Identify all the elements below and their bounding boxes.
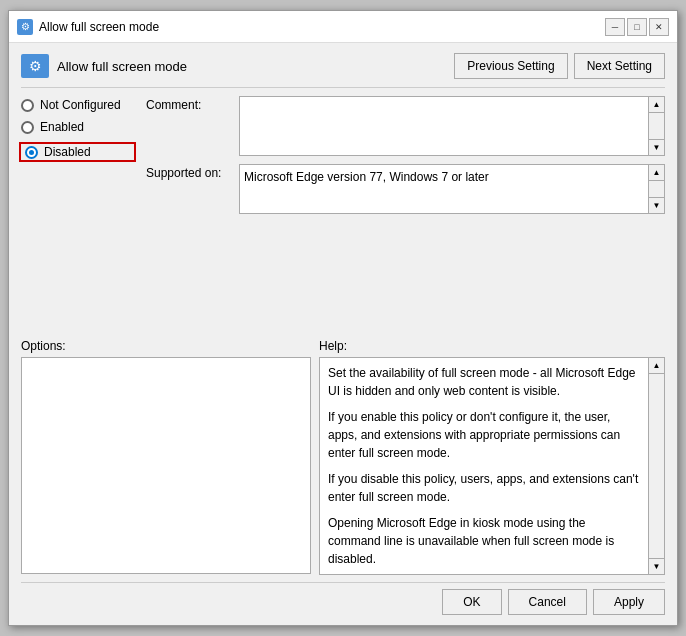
title-bar-left: ⚙ Allow full screen mode xyxy=(17,19,159,35)
supported-on-row: Supported on: ▲ ▼ xyxy=(146,164,665,214)
help-panel: Help: Set the availability of full scree… xyxy=(319,339,665,574)
close-button[interactable]: ✕ xyxy=(649,18,669,36)
help-paragraph-3: If you disable this policy, users, apps,… xyxy=(328,470,640,506)
enabled-label: Enabled xyxy=(40,120,84,134)
disabled-label: Disabled xyxy=(44,145,91,159)
not-configured-radio[interactable] xyxy=(21,99,34,112)
header-buttons: Previous Setting Next Setting xyxy=(454,53,665,79)
comment-label: Comment: xyxy=(146,96,231,112)
supported-on-scrollbar[interactable]: ▲ ▼ xyxy=(649,164,665,214)
not-configured-label: Not Configured xyxy=(40,98,121,112)
title-icon: ⚙ xyxy=(17,19,33,35)
disabled-option-wrapper: Disabled xyxy=(21,142,136,162)
not-configured-option[interactable]: Not Configured xyxy=(21,98,136,112)
minimize-button[interactable]: ─ xyxy=(605,18,625,36)
options-label: Options: xyxy=(21,339,311,353)
help-paragraph-2: If you enable this policy or don't confi… xyxy=(328,408,640,462)
supported-on-label: Supported on: xyxy=(146,164,231,180)
supported-on-wrapper: ▲ ▼ xyxy=(239,164,665,214)
help-scroll-track xyxy=(649,374,664,558)
help-label: Help: xyxy=(319,339,665,353)
help-paragraph-4: Opening Microsoft Edge in kiosk mode usi… xyxy=(328,514,640,568)
supported-on-scroll-down[interactable]: ▼ xyxy=(649,197,664,213)
supported-on-scroll-up[interactable]: ▲ xyxy=(649,165,664,181)
right-panel: Comment: ▲ ▼ Supported on: xyxy=(146,96,665,331)
header-section: ⚙ Allow full screen mode Previous Settin… xyxy=(21,53,665,88)
bottom-section: Options: Help: Set the availability of f… xyxy=(21,339,665,574)
dialog-title: Allow full screen mode xyxy=(57,59,187,74)
dialog-content: ⚙ Allow full screen mode Previous Settin… xyxy=(9,43,677,625)
enabled-option[interactable]: Enabled xyxy=(21,120,136,134)
options-panel: Options: xyxy=(21,339,311,574)
enabled-radio[interactable] xyxy=(21,121,34,134)
supported-on-scroll-track xyxy=(649,181,664,197)
cancel-button[interactable]: Cancel xyxy=(508,589,587,615)
main-form: Not Configured Enabled Disabled Comme xyxy=(21,96,665,331)
title-bar-controls: ─ □ ✕ xyxy=(605,18,669,36)
dialog-window: ⚙ Allow full screen mode ─ □ ✕ ⚙ Allow f… xyxy=(8,10,678,626)
comment-scrollbar[interactable]: ▲ ▼ xyxy=(649,96,665,156)
help-text-area: Set the availability of full screen mode… xyxy=(320,358,648,574)
title-bar: ⚙ Allow full screen mode ─ □ ✕ xyxy=(9,11,677,43)
comment-field-wrapper: ▲ ▼ xyxy=(239,96,665,156)
comment-row: Comment: ▲ ▼ xyxy=(146,96,665,156)
help-scrollbar[interactable]: ▲ ▼ xyxy=(648,358,664,574)
comment-textarea[interactable] xyxy=(239,96,649,156)
ok-button[interactable]: OK xyxy=(442,589,501,615)
header-icon: ⚙ xyxy=(21,54,49,78)
help-paragraph-1: Set the availability of full screen mode… xyxy=(328,364,640,400)
disabled-radio[interactable] xyxy=(25,146,38,159)
maximize-button[interactable]: □ xyxy=(627,18,647,36)
previous-setting-button[interactable]: Previous Setting xyxy=(454,53,567,79)
supported-on-textarea xyxy=(239,164,649,214)
comment-scroll-down[interactable]: ▼ xyxy=(649,139,664,155)
disabled-option[interactable]: Disabled xyxy=(19,142,136,162)
title-bar-text: Allow full screen mode xyxy=(39,20,159,34)
comment-scroll-track xyxy=(649,113,664,139)
help-box: Set the availability of full screen mode… xyxy=(319,357,665,575)
next-setting-button[interactable]: Next Setting xyxy=(574,53,665,79)
comment-scroll-up[interactable]: ▲ xyxy=(649,97,664,113)
apply-button[interactable]: Apply xyxy=(593,589,665,615)
help-scroll-down[interactable]: ▼ xyxy=(649,558,664,574)
options-box xyxy=(21,357,311,574)
header-left: ⚙ Allow full screen mode xyxy=(21,54,187,78)
left-panel: Not Configured Enabled Disabled xyxy=(21,96,136,331)
help-scroll-up[interactable]: ▲ xyxy=(649,358,664,374)
footer-buttons: OK Cancel Apply xyxy=(21,582,665,615)
